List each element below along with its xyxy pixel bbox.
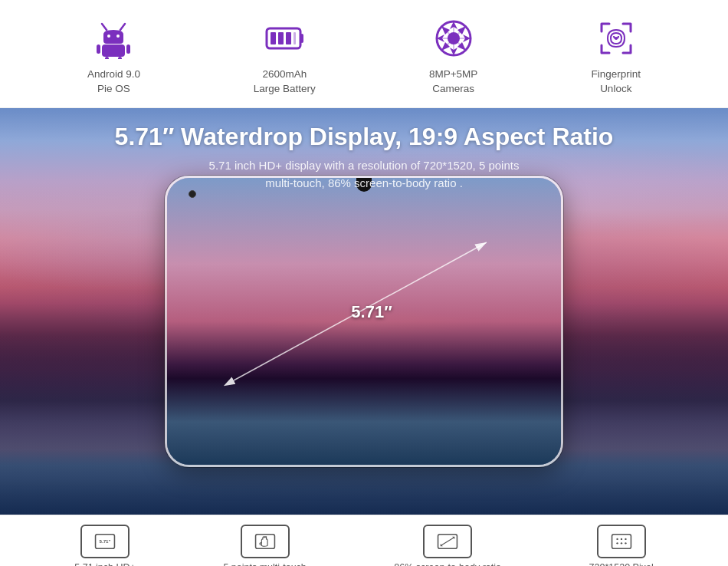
svg-rect-11 <box>271 32 276 44</box>
svg-line-30 <box>441 538 454 545</box>
svg-rect-8 <box>118 57 122 59</box>
multitouch-icon-box <box>241 525 290 558</box>
feature-camera-label: 8MP+5MP Cameras <box>429 67 477 97</box>
top-features-bar: Android 9.0 Pie OS 2600mAh Large Battery <box>0 0 728 108</box>
main-display-section: 5.71″ Waterdrop Display, 19:9 Aspect Rat… <box>0 108 728 515</box>
svg-point-39 <box>625 542 626 544</box>
spec-touch: 5 points multi-touch <box>223 525 306 566</box>
svg-point-36 <box>625 538 626 540</box>
svg-point-37 <box>616 542 618 544</box>
measurement-arrow: 5.71″ <box>195 204 533 419</box>
svg-point-35 <box>620 538 621 540</box>
svg-point-2 <box>107 35 110 38</box>
svg-text:5.71": 5.71" <box>100 538 111 543</box>
feature-android: Android 9.0 Pie OS <box>87 14 140 97</box>
svg-rect-7 <box>105 57 109 59</box>
svg-text:5.71″: 5.71″ <box>351 302 392 321</box>
svg-point-20 <box>448 32 460 44</box>
bottom-specs-bar: 5.71" 5.71 inch HD+ 5 points multi-touch <box>0 515 728 566</box>
spec-pixel: 720*1520 Pixel <box>589 525 654 566</box>
svg-point-34 <box>616 538 618 540</box>
spec-size-label: 5.71 inch HD+ <box>74 562 136 566</box>
pixel-icon-box <box>597 525 646 558</box>
feature-fingerprint: Fingerprint Unlock <box>592 14 641 97</box>
svg-point-38 <box>620 542 621 544</box>
spec-pixel-label: 720*1520 Pixel <box>589 562 654 566</box>
svg-point-21 <box>615 37 618 40</box>
svg-line-1 <box>120 24 125 30</box>
camera-icon <box>429 14 478 63</box>
svg-rect-4 <box>102 44 125 57</box>
spec-size: 5.71" 5.71 inch HD+ <box>74 525 136 566</box>
ratio-icon-box <box>423 525 472 558</box>
display-text-block: 5.71″ Waterdrop Display, 19:9 Aspect Rat… <box>0 122 728 192</box>
display-subtitle: 5.71 inch HD+ display with a resolution … <box>0 157 728 192</box>
svg-rect-6 <box>126 44 130 54</box>
spec-ratio: 86% screen-to-body ratio <box>394 525 501 566</box>
svg-rect-10 <box>300 34 303 43</box>
android-icon <box>89 14 138 63</box>
spec-touch-label: 5 points multi-touch <box>223 562 306 566</box>
svg-point-3 <box>116 35 120 38</box>
feature-battery-label: 2600mAh Large Battery <box>254 67 316 97</box>
svg-rect-5 <box>97 44 100 54</box>
svg-rect-33 <box>612 534 631 548</box>
battery-icon <box>260 14 309 63</box>
fingerprint-icon <box>592 14 641 63</box>
svg-line-0 <box>102 24 107 30</box>
spec-ratio-label: 86% screen-to-body ratio <box>394 562 501 566</box>
svg-rect-13 <box>286 32 291 44</box>
svg-rect-12 <box>278 32 284 44</box>
display-title: 5.71″ Waterdrop Display, 19:9 Aspect Rat… <box>0 122 728 151</box>
screen-size-icon-box: 5.71" <box>80 525 130 558</box>
feature-fingerprint-label: Fingerprint Unlock <box>592 67 641 97</box>
feature-battery: 2600mAh Large Battery <box>254 14 316 97</box>
feature-android-label: Android 9.0 Pie OS <box>87 67 140 97</box>
feature-camera: 8MP+5MP Cameras <box>429 14 478 97</box>
svg-rect-14 <box>293 32 296 44</box>
